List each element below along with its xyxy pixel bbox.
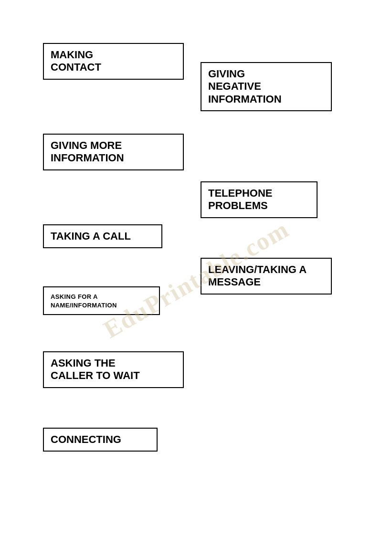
asking-for-a-name-label: ASKING FOR A NAME/INFORMATION <box>51 293 117 309</box>
giving-negative-information-label: GIVING NEGATIVE INFORMATION <box>208 68 282 105</box>
connecting-card: CONNECTING <box>43 428 158 452</box>
asking-for-a-name-card: ASKING FOR A NAME/INFORMATION <box>43 286 160 315</box>
connecting-label: CONNECTING <box>51 433 121 445</box>
page: EduPrintable.com MAKING CONTACTGIVING NE… <box>0 0 392 558</box>
leaving-taking-a-message-label: LEAVING/TAKING A MESSAGE <box>208 263 307 288</box>
making-contact-card: MAKING CONTACT <box>43 43 184 80</box>
taking-a-call-label: TAKING A CALL <box>51 230 131 242</box>
asking-caller-to-wait-card: ASKING THE CALLER TO WAIT <box>43 351 184 388</box>
giving-more-information-card: GIVING MORE INFORMATION <box>43 134 184 170</box>
taking-a-call-card: TAKING A CALL <box>43 224 162 248</box>
telephone-problems-label: TELEPHONE PROBLEMS <box>208 187 272 211</box>
asking-caller-to-wait-label: ASKING THE CALLER TO WAIT <box>51 357 140 381</box>
leaving-taking-a-message-card: LEAVING/TAKING A MESSAGE <box>201 258 332 295</box>
giving-negative-information-card: GIVING NEGATIVE INFORMATION <box>201 62 332 111</box>
giving-more-information-label: GIVING MORE INFORMATION <box>51 139 124 164</box>
making-contact-label: MAKING CONTACT <box>51 49 101 73</box>
telephone-problems-card: TELEPHONE PROBLEMS <box>201 181 318 218</box>
